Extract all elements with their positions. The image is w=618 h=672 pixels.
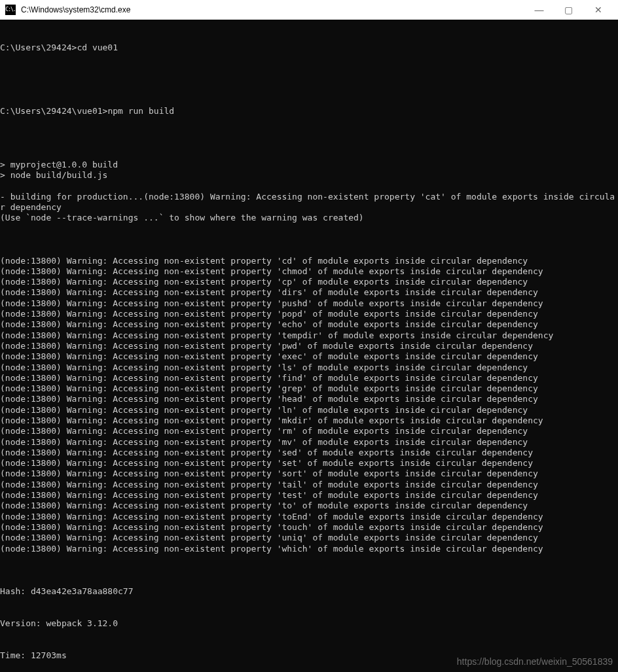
warning-line: (node:13800) Warning: Accessing non-exis… <box>0 351 618 362</box>
warning-line: (node:13800) Warning: Accessing non-exis… <box>0 426 618 436</box>
warning-line: (node:13800) Warning: Accessing non-exis… <box>0 341 618 351</box>
output-line <box>0 149 618 160</box>
warning-line: (node:13800) Warning: Accessing non-exis… <box>0 287 618 298</box>
terminal-output[interactable]: C:\Users\29424>cd vue01 C:\Users\29424\v… <box>0 20 618 672</box>
prompt-path: C:\Users\29424> <box>0 43 77 52</box>
maximize-button[interactable]: ▢ <box>554 0 583 20</box>
output-line: - building for production...(node:13800)… <box>0 192 618 202</box>
warning-line: (node:13800) Warning: Accessing non-exis… <box>0 501 618 511</box>
version-value: webpack 3.12.0 <box>46 618 118 628</box>
warning-line: (node:13800) Warning: Accessing non-exis… <box>0 512 618 522</box>
output-line: > node build/build.js <box>0 170 618 181</box>
output-line: > myproject@1.0.0 build <box>0 160 618 170</box>
warning-line: (node:13800) Warning: Accessing non-exis… <box>0 544 618 554</box>
warning-line: (node:13800) Warning: Accessing non-exis… <box>0 277 618 287</box>
warning-line: (node:13800) Warning: Accessing non-exis… <box>0 522 618 533</box>
warning-line: (node:13800) Warning: Accessing non-exis… <box>0 363 618 373</box>
hash-value: d43ea42e3a78aa880c77 <box>31 586 134 596</box>
cmd-icon: C:\. <box>5 5 16 15</box>
version-label: Version: <box>0 618 46 628</box>
warning-line: (node:13800) Warning: Accessing non-exis… <box>0 480 618 490</box>
window-title: C:\Windows\system32\cmd.exe <box>21 5 524 14</box>
warning-lines: (node:13800) Warning: Accessing non-exis… <box>0 256 618 554</box>
time-value: 12703ms <box>31 650 67 660</box>
prompt-cmd: npm run build <box>107 106 174 116</box>
prebuild-lines: > myproject@1.0.0 build> node build/buil… <box>0 149 618 224</box>
prompt-cmd: cd vue01 <box>77 43 118 52</box>
warning-line: (node:13800) Warning: Accessing non-exis… <box>0 469 618 479</box>
prompt-path: C:\Users\29424\vue01> <box>0 106 107 116</box>
hash-label: Hash: <box>0 586 31 596</box>
warning-line: (node:13800) Warning: Accessing non-exis… <box>0 373 618 383</box>
warning-line: (node:13800) Warning: Accessing non-exis… <box>0 437 618 448</box>
warning-line: (node:13800) Warning: Accessing non-exis… <box>0 533 618 543</box>
minimize-button[interactable]: — <box>524 0 554 20</box>
output-line <box>0 181 618 191</box>
output-line: (Use `node --trace-warnings ...` to show… <box>0 213 618 223</box>
warning-line: (node:13800) Warning: Accessing non-exis… <box>0 383 618 394</box>
close-button[interactable]: ✕ <box>583 0 613 20</box>
watermark: https://blog.csdn.net/weixin_50561839 <box>457 656 613 667</box>
warning-line: (node:13800) Warning: Accessing non-exis… <box>0 416 618 426</box>
time-label: Time: <box>0 650 31 660</box>
warning-line: (node:13800) Warning: Accessing non-exis… <box>0 458 618 469</box>
warning-line: (node:13800) Warning: Accessing non-exis… <box>0 298 618 309</box>
warning-line: (node:13800) Warning: Accessing non-exis… <box>0 405 618 416</box>
warning-line: (node:13800) Warning: Accessing non-exis… <box>0 394 618 404</box>
output-line: r dependency <box>0 202 618 213</box>
warning-line: (node:13800) Warning: Accessing non-exis… <box>0 309 618 319</box>
warning-line: (node:13800) Warning: Accessing non-exis… <box>0 266 618 277</box>
window-titlebar: C:\. C:\Windows\system32\cmd.exe — ▢ ✕ <box>0 0 618 20</box>
warning-line: (node:13800) Warning: Accessing non-exis… <box>0 256 618 266</box>
warning-line: (node:13800) Warning: Accessing non-exis… <box>0 448 618 458</box>
warning-line: (node:13800) Warning: Accessing non-exis… <box>0 319 618 330</box>
warning-line: (node:13800) Warning: Accessing non-exis… <box>0 490 618 501</box>
warning-line: (node:13800) Warning: Accessing non-exis… <box>0 330 618 341</box>
